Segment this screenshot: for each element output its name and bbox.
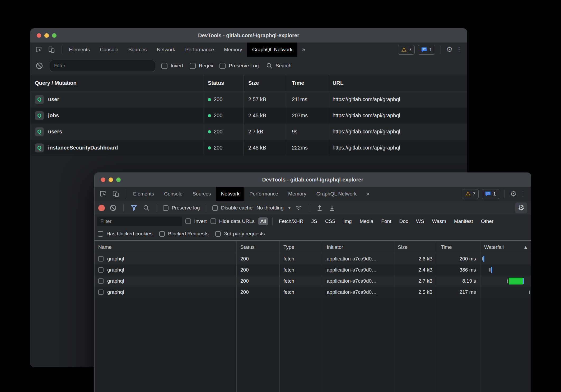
invert-group[interactable]: Invert	[185, 218, 207, 224]
column-header-time[interactable]: Time	[287, 75, 328, 91]
minimize-window-button[interactable]	[44, 33, 49, 38]
kebab-menu-icon[interactable]: ⋮	[456, 46, 462, 53]
type-filter-font[interactable]: Font	[379, 217, 393, 225]
tab-graphql-network[interactable]: GraphQL Network	[311, 187, 362, 201]
filter-funnel-icon[interactable]	[130, 204, 138, 212]
regex-checkbox[interactable]	[190, 63, 196, 69]
initiator-link[interactable]: application-a7ca9d0…	[327, 278, 377, 284]
initiator-link[interactable]: application-a7ca9d0…	[327, 289, 377, 295]
table-row[interactable]: Q instanceSecurityDashboard 200 2.48 kB …	[30, 140, 467, 156]
column-header-status[interactable]: Status	[236, 241, 279, 253]
column-header-size[interactable]: Size	[244, 75, 287, 91]
column-header-initiator[interactable]: Initiator	[323, 241, 394, 253]
record-button[interactable]	[98, 205, 105, 211]
tab-sources[interactable]: Sources	[188, 187, 216, 201]
settings-gear-icon[interactable]: ⚙	[510, 190, 517, 198]
column-header-time[interactable]: Time	[437, 241, 480, 253]
titlebar[interactable]: DevTools - gitlab.com/-/graphql-explorer	[30, 29, 467, 43]
kebab-menu-icon[interactable]: ⋮	[520, 191, 526, 197]
type-filter-css[interactable]: CSS	[323, 217, 338, 225]
close-window-button[interactable]	[101, 178, 105, 182]
column-header-name[interactable]: Name	[95, 241, 236, 253]
request-row[interactable]: graphql 200 fetch application-a7ca9d0… 2…	[95, 287, 531, 298]
preserve-log-group[interactable]: Preserve log	[163, 205, 200, 211]
hide-data-urls-group[interactable]: Hide data URLs	[211, 218, 255, 224]
filter-input[interactable]	[50, 60, 155, 72]
tab-elements[interactable]: Elements	[64, 43, 95, 57]
column-header-status[interactable]: Status	[203, 75, 244, 91]
tab-performance[interactable]: Performance	[180, 43, 219, 57]
issues-badge[interactable]: 1	[418, 45, 435, 55]
type-filter-js[interactable]: JS	[309, 217, 319, 225]
preserve-log-checkbox[interactable]	[219, 63, 226, 69]
device-toolbar-icon[interactable]	[47, 45, 56, 54]
type-filter-other[interactable]: Other	[479, 217, 496, 225]
device-toolbar-icon[interactable]	[111, 190, 120, 198]
tab-graphql-network-active[interactable]: GraphQL Network	[247, 43, 297, 57]
column-header-type[interactable]: Type	[279, 241, 323, 253]
initiator-link[interactable]: application-a7ca9d0…	[327, 267, 377, 273]
more-tabs-icon[interactable]: »	[362, 187, 374, 201]
request-row[interactable]: graphql 200 fetch application-a7ca9d0… 2…	[95, 253, 531, 264]
type-filter-img[interactable]: Img	[341, 217, 354, 225]
type-filter-media[interactable]: Media	[358, 217, 376, 225]
disable-cache-checkbox[interactable]	[212, 205, 218, 211]
third-party-requests-group[interactable]: 3rd-party requests	[215, 231, 265, 237]
tab-network[interactable]: Network	[152, 43, 180, 57]
row-checkbox[interactable]	[98, 290, 104, 295]
type-filter-all[interactable]: All	[258, 217, 268, 225]
inspect-element-icon[interactable]	[99, 190, 107, 198]
warnings-badge[interactable]: ⚠ 7	[462, 189, 479, 199]
warnings-badge[interactable]: ⚠ 7	[398, 45, 415, 55]
waterfall-cell[interactable]	[480, 264, 531, 276]
preserve-log-checkbox[interactable]	[163, 205, 169, 211]
type-filter-fetch-xhr[interactable]: Fetch/XHR	[277, 217, 306, 225]
titlebar[interactable]: DevTools - gitlab.com/-/graphql-explorer	[95, 173, 531, 187]
network-conditions-icon[interactable]	[294, 204, 303, 212]
inspect-element-icon[interactable]	[35, 45, 43, 54]
column-header-query-mutation[interactable]: Query / Mutation	[30, 75, 203, 91]
has-blocked-cookies-group[interactable]: Has blocked cookies	[98, 231, 152, 237]
blocked-requests-group[interactable]: Blocked Requests	[159, 231, 208, 237]
type-filter-manifest[interactable]: Manifest	[452, 217, 475, 225]
tab-network-active[interactable]: Network	[216, 187, 245, 201]
tab-console[interactable]: Console	[95, 43, 123, 57]
export-har-icon[interactable]	[328, 204, 336, 212]
settings-gear-icon[interactable]: ⚙	[446, 46, 453, 53]
issues-badge[interactable]: 1	[482, 189, 499, 199]
has-blocked-cookies-checkbox[interactable]	[98, 231, 103, 237]
clear-icon[interactable]	[109, 204, 117, 212]
tab-console[interactable]: Console	[159, 187, 188, 201]
third-party-requests-checkbox[interactable]	[215, 231, 221, 237]
close-window-button[interactable]	[37, 33, 41, 38]
request-row[interactable]: graphql 200 fetch application-a7ca9d0… 2…	[95, 276, 531, 287]
more-tabs-icon[interactable]: »	[297, 43, 310, 57]
tab-elements[interactable]: Elements	[128, 187, 159, 201]
request-row[interactable]: graphql 200 fetch application-a7ca9d0… 2…	[95, 264, 531, 276]
search-icon[interactable]	[142, 204, 151, 212]
search-group[interactable]: Search	[266, 62, 291, 69]
row-checkbox[interactable]	[98, 256, 104, 262]
column-header-size[interactable]: Size	[394, 241, 437, 253]
blocked-requests-checkbox[interactable]	[159, 231, 165, 237]
type-filter-ws[interactable]: WS	[414, 217, 426, 225]
column-header-url[interactable]: URL	[328, 75, 467, 91]
row-checkbox[interactable]	[98, 278, 104, 284]
throttling-select[interactable]: No throttling ▾	[256, 205, 291, 211]
invert-checkbox[interactable]	[161, 63, 167, 69]
type-filter-wasm[interactable]: Wasm	[430, 217, 448, 225]
invert-checkbox[interactable]	[185, 218, 191, 224]
minimize-window-button[interactable]	[109, 178, 113, 182]
table-row[interactable]: Q jobs 200 2.45 kB 207ms https://gitlab.…	[30, 108, 467, 124]
hide-data-urls-checkbox[interactable]	[211, 218, 216, 224]
waterfall-cell[interactable]	[480, 287, 531, 298]
tab-memory[interactable]: Memory	[219, 43, 247, 57]
network-settings-button[interactable]: ⚙	[515, 202, 527, 213]
disable-cache-group[interactable]: Disable cache	[212, 205, 253, 211]
tab-sources[interactable]: Sources	[123, 43, 152, 57]
tab-performance[interactable]: Performance	[244, 187, 283, 201]
regex-checkbox-group[interactable]: Regex	[190, 63, 213, 69]
waterfall-cell[interactable]	[480, 276, 531, 287]
filter-input[interactable]	[97, 217, 182, 226]
table-row[interactable]: Q users 200 2.7 kB 9s https://gitlab.com…	[30, 124, 467, 140]
